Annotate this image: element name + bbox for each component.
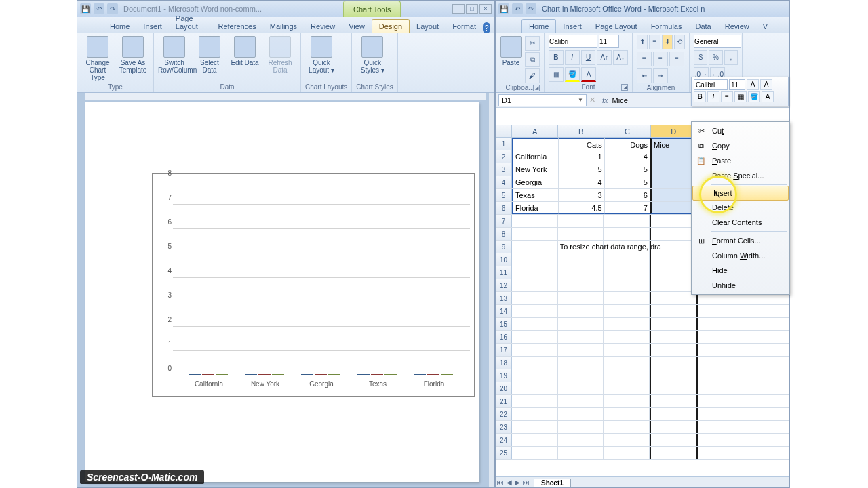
row-header[interactable]: 13	[496, 292, 512, 304]
tab-format[interactable]: Format	[446, 20, 483, 33]
word-page[interactable]: 012345678CaliforniaNew YorkGeorgiaTexasF…	[85, 102, 479, 482]
switch-row-column-button[interactable]: Switch Row/Column	[158, 35, 191, 74]
cell[interactable]: 3	[559, 189, 604, 201]
cell[interactable]	[698, 369, 744, 382]
cell[interactable]	[512, 331, 558, 343]
bar-cats[interactable]	[189, 374, 201, 375]
cell[interactable]	[604, 318, 650, 330]
refresh-data-button[interactable]: Refresh Data	[264, 35, 296, 74]
cell[interactable]	[512, 228, 558, 240]
cell[interactable]	[743, 434, 789, 446]
bar-dogs[interactable]	[202, 374, 214, 375]
cell[interactable]	[743, 357, 789, 369]
bar-cats[interactable]	[357, 374, 370, 375]
fill-color-icon[interactable]: 🪣	[565, 67, 580, 82]
tab-review[interactable]: Review	[304, 20, 342, 33]
name-box[interactable]: D1▼	[498, 94, 587, 106]
bold-button[interactable]: B	[549, 50, 564, 65]
cell[interactable]	[512, 318, 558, 330]
tab-home[interactable]: Home	[103, 20, 136, 33]
cell[interactable]	[558, 447, 604, 459]
sheet-nav-prev[interactable]: ◀	[505, 479, 513, 486]
fx-icon[interactable]: fx	[602, 96, 608, 104]
cell[interactable]: Florida	[512, 202, 559, 214]
col-C[interactable]: C	[604, 125, 650, 137]
cell[interactable]	[558, 228, 604, 240]
bar-mice[interactable]	[216, 374, 228, 375]
align-center-icon[interactable]: ≡	[653, 52, 668, 66]
bar-mice[interactable]	[272, 374, 284, 375]
cell[interactable]	[512, 421, 558, 433]
row-header[interactable]: 9	[496, 241, 512, 253]
mini-font-name[interactable]	[694, 79, 728, 90]
chevron-down-icon[interactable]: ▼	[578, 97, 583, 103]
menu-paste[interactable]: 📋Paste	[692, 153, 789, 168]
change-chart-type-button[interactable]: Change Chart Type	[81, 35, 114, 81]
cell[interactable]	[512, 215, 558, 227]
cell[interactable]	[558, 382, 604, 394]
undo-icon[interactable]: ↶	[94, 3, 104, 14]
cell[interactable]	[650, 369, 698, 382]
menu-delete[interactable]: Delete	[692, 200, 789, 215]
row-header[interactable]: 22	[496, 408, 512, 420]
increase-indent-icon[interactable]: ⇥	[653, 68, 668, 83]
row-header[interactable]: 12	[496, 279, 512, 291]
cell[interactable]	[512, 395, 558, 407]
cell[interactable]	[558, 357, 604, 369]
menu-insert[interactable]: Insert	[692, 186, 789, 201]
cell[interactable]: Dogs	[605, 138, 650, 150]
row-header[interactable]: 4	[496, 176, 512, 188]
mini-shrink-font-icon[interactable]: A	[760, 79, 772, 90]
cell[interactable]	[512, 279, 558, 291]
cell[interactable]	[558, 344, 604, 356]
bar-dogs[interactable]	[371, 374, 383, 375]
cell[interactable]	[650, 331, 698, 343]
cell[interactable]: California	[512, 150, 559, 163]
row-header[interactable]: 19	[496, 369, 512, 382]
cell[interactable]	[698, 395, 744, 407]
decrease-indent-icon[interactable]: ⇤	[637, 68, 652, 83]
col-D[interactable]: D	[651, 125, 697, 137]
ruler[interactable]	[85, 93, 486, 101]
cell[interactable]	[650, 395, 698, 407]
bar-dogs[interactable]	[315, 374, 327, 375]
cell[interactable]: 1	[559, 150, 604, 163]
mini-grow-font-icon[interactable]: A	[747, 79, 759, 90]
menu-copy[interactable]: ⧉Copy	[692, 138, 789, 153]
row-header[interactable]: 10	[496, 253, 512, 266]
tab-view[interactable]: View	[342, 20, 372, 33]
cell[interactable]	[558, 408, 604, 420]
cell[interactable]	[604, 241, 650, 253]
cell[interactable]	[558, 305, 604, 317]
cell[interactable]	[512, 253, 558, 266]
cell[interactable]	[650, 344, 698, 356]
maximize-button[interactable]: □	[466, 4, 478, 14]
tab-data[interactable]: Data	[688, 20, 717, 33]
mini-border-icon[interactable]: ▦	[734, 92, 747, 102]
bar-mice[interactable]	[328, 374, 340, 375]
tab-references[interactable]: References	[211, 20, 262, 33]
cell[interactable]: Cats	[559, 138, 604, 150]
align-bottom-icon[interactable]: ⬇	[662, 35, 673, 49]
menu-column-width[interactable]: Column Width...	[692, 248, 789, 263]
cell[interactable]	[698, 434, 744, 446]
cell[interactable]	[558, 253, 604, 266]
sheet-nav-next[interactable]: ▶	[513, 479, 521, 486]
italic-button[interactable]: I	[565, 50, 580, 65]
sheet-tab-1[interactable]: Sheet1	[534, 479, 571, 487]
currency-icon[interactable]: $	[694, 50, 707, 65]
row-header[interactable]: 7	[496, 215, 512, 227]
font-color-icon[interactable]: A	[581, 67, 596, 82]
cell[interactable]	[558, 434, 604, 446]
bar-cats[interactable]	[301, 374, 313, 375]
menu-hide[interactable]: Hide	[692, 263, 789, 278]
cell[interactable]	[604, 395, 650, 407]
edit-data-button[interactable]: Edit Data	[229, 35, 261, 66]
cell[interactable]	[650, 305, 698, 317]
border-icon[interactable]: ▦	[549, 67, 564, 82]
cell[interactable]	[604, 266, 650, 279]
cell[interactable]	[604, 331, 650, 343]
minimize-button[interactable]: _	[452, 4, 465, 14]
cell[interactable]: 4.5	[559, 202, 604, 214]
mini-italic-icon[interactable]: I	[707, 92, 719, 102]
